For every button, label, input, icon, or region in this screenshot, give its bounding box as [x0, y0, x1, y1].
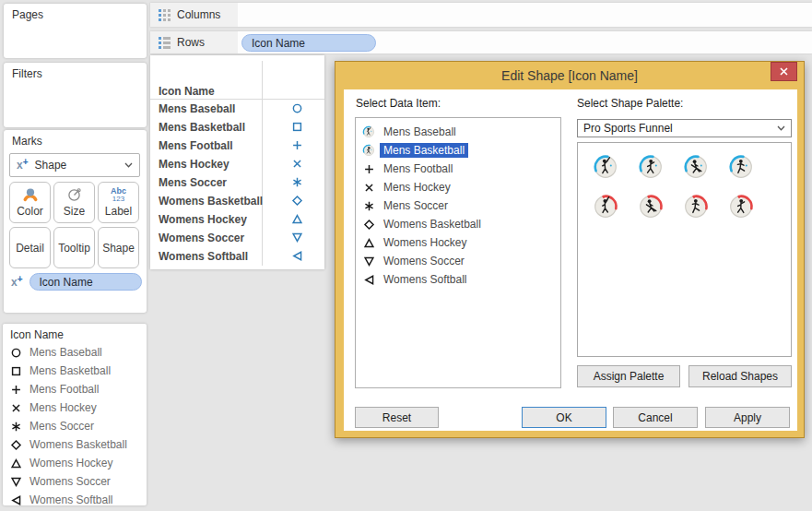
shape-list-item[interactable]: Mens Hockey — [356, 178, 560, 196]
legend-item[interactable]: Mens Basketball — [3, 362, 147, 380]
table-row-label: Womens Softball — [159, 250, 248, 263]
palette-shape-basketball-blue[interactable] — [638, 154, 664, 180]
basketball-player-shape-icon — [638, 154, 664, 180]
legend-item[interactable]: Womens Hockey — [3, 454, 147, 472]
palette-shape-soccer-red[interactable] — [683, 194, 709, 220]
mark-shape[interactable] — [291, 139, 303, 154]
item-shape-icon — [361, 237, 376, 249]
shape-palette-dropdown[interactable]: Pro Sports Funnel — [577, 119, 792, 137]
assign-palette-button[interactable]: Assign Palette — [577, 365, 680, 387]
diamond-shape-icon — [363, 219, 375, 231]
item-shape-icon — [361, 182, 376, 194]
dialog-body: Select Data Item: Mens Baseball Mens Bas… — [344, 89, 797, 431]
rows-tile: Rows — [150, 31, 238, 53]
palette-shape-hockey-blue[interactable] — [683, 154, 709, 180]
filters-shelf[interactable]: Filters — [4, 63, 147, 127]
mark-shape[interactable] — [291, 213, 303, 228]
asterisk-shape-icon — [363, 200, 375, 212]
palette-shape-baseball-blue[interactable] — [593, 154, 618, 180]
asterisk-shape-icon — [291, 176, 303, 188]
legend-item[interactable]: Mens Hockey — [3, 398, 147, 417]
close-button[interactable] — [771, 62, 797, 81]
shape-list-item-selected[interactable]: Mens Basketball — [356, 141, 560, 160]
icon-name-pill[interactable]: Icon Name — [29, 273, 142, 291]
plus-shape-icon — [363, 163, 375, 175]
palette-shape-softball-red[interactable] — [593, 194, 618, 220]
size-button[interactable]: Size — [53, 182, 95, 223]
mark-shape[interactable] — [291, 176, 303, 191]
mark-shape[interactable] — [291, 250, 303, 265]
color-button[interactable]: Color — [9, 182, 51, 223]
shape-list-item[interactable]: Mens Soccer — [356, 196, 560, 215]
select-data-item-label: Select Data Item: — [356, 97, 441, 110]
shape-list-item[interactable]: Mens Football — [356, 160, 560, 178]
plus-shape-icon — [10, 384, 22, 396]
reset-button[interactable]: Reset — [355, 407, 439, 428]
dialog-title: Edit Shape [Icon Name] — [335, 68, 804, 83]
item-shape-icon — [361, 274, 376, 286]
mark-shape[interactable] — [291, 158, 303, 172]
shape-list-item[interactable]: Womens Basketball — [356, 215, 560, 233]
table-row[interactable]: Mens Football — [150, 137, 324, 155]
shape-list-item[interactable]: Womens Hockey — [356, 233, 560, 252]
palette-shape-basketball-red[interactable] — [728, 194, 754, 220]
table-row[interactable]: Mens Baseball — [150, 100, 324, 118]
label-button[interactable]: Abc 123 Label — [98, 182, 139, 223]
marks-label: Marks — [4, 130, 147, 152]
mark-shape[interactable] — [291, 232, 303, 246]
table-row-label: Womens Soccer — [159, 232, 244, 244]
reload-shapes-button[interactable]: Reload Shapes — [688, 365, 792, 387]
chevron-down-icon — [124, 162, 133, 168]
tableau-workspace: Pages Filters Marks x+ Shape Color Size — [0, 0, 812, 511]
table-row[interactable]: Mens Hockey — [150, 155, 324, 173]
shape-legend: Icon Name Mens BaseballMens BasketballMe… — [3, 324, 147, 505]
square-shape-icon — [291, 121, 303, 133]
mark-shape[interactable] — [291, 195, 303, 209]
mark-type-dropdown[interactable]: x+ Shape — [9, 153, 140, 177]
pages-shelf[interactable]: Pages — [4, 4, 147, 58]
soccer-player-shape-icon — [728, 154, 754, 180]
legend-item[interactable]: Mens Football — [3, 380, 147, 398]
palette-shape-hockey-red[interactable] — [638, 194, 664, 220]
table-header: Icon Name — [159, 85, 215, 98]
plus-shape-icon — [291, 139, 303, 151]
mark-shape[interactable] — [291, 102, 303, 117]
columns-shelf[interactable]: Columns — [150, 3, 812, 27]
palette-shape-soccer-blue[interactable] — [728, 154, 754, 180]
pages-label: Pages — [4, 4, 147, 26]
detail-button[interactable]: Detail — [9, 227, 51, 268]
legend-item[interactable]: Womens Soccer — [3, 472, 147, 491]
tooltip-button[interactable]: Tooltip — [53, 227, 95, 268]
rows-shelf[interactable]: Rows Icon Name — [150, 31, 812, 53]
mark-shape[interactable] — [291, 121, 303, 136]
cancel-button[interactable]: Cancel — [613, 407, 698, 428]
shape-list-item[interactable]: Womens Softball — [356, 270, 560, 289]
table-row[interactable]: Womens Hockey — [150, 210, 324, 229]
shape-button[interactable]: Shape — [98, 227, 139, 268]
legend-item[interactable]: Womens Softball — [3, 491, 147, 509]
diamond-shape-icon — [10, 439, 22, 451]
shape-encoding-row: x+ Icon Name — [11, 273, 142, 291]
shape-list-item[interactable]: Womens Soccer — [356, 252, 560, 270]
shape-list-item[interactable]: Mens Baseball — [356, 123, 560, 141]
table-row-label: Mens Football — [159, 139, 233, 152]
item-shape-icon — [361, 125, 376, 138]
triangle-down-shape-icon — [291, 232, 303, 244]
chevron-down-icon — [777, 125, 785, 131]
legend-item[interactable]: Mens Baseball — [3, 343, 147, 362]
table-row[interactable]: Womens Softball — [150, 247, 324, 266]
table-row[interactable]: Mens Soccer — [150, 173, 324, 192]
item-shape-icon — [361, 144, 376, 157]
apply-button[interactable]: Apply — [705, 407, 790, 428]
rows-pill-icon-name[interactable]: Icon Name — [241, 34, 376, 52]
legend-item[interactable]: Mens Soccer — [3, 417, 147, 435]
table-row[interactable]: Womens Basketball — [150, 192, 324, 210]
label-icon: Abc 123 — [111, 187, 126, 203]
triangle-down-shape-icon — [10, 476, 22, 488]
ok-button[interactable]: OK — [522, 407, 606, 428]
item-label: Womens Hockey — [380, 235, 470, 250]
table-row[interactable]: Mens Basketball — [150, 118, 324, 137]
legend-item[interactable]: Womens Basketball — [3, 435, 147, 454]
legend-item-label: Womens Hockey — [29, 457, 112, 469]
table-row[interactable]: Womens Soccer — [150, 229, 324, 247]
